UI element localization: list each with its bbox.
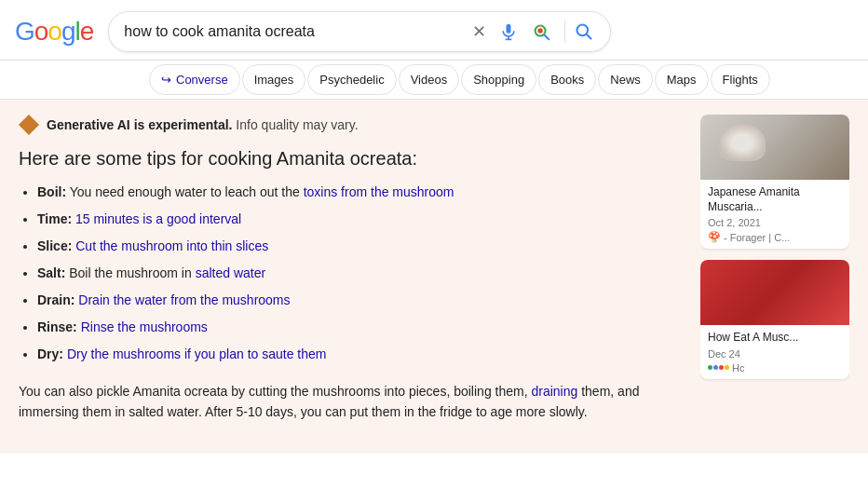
list-item: Boil: You need enough water to leach out… [37, 183, 682, 202]
card-how-eat[interactable]: How Eat A Musc... Dec 24 Hc [700, 260, 849, 379]
ai-paragraph: You can also pickle Amanita ocreata by c… [19, 381, 652, 423]
converse-arrow-icon: ↪ [161, 73, 171, 87]
svg-rect-0 [507, 24, 511, 34]
logo-e: e [80, 17, 94, 47]
ai-heading: Here are some tips for cooking Amanita o… [19, 148, 682, 170]
card-japanese-amanita[interactable]: Japanese Amanita Muscaria... Oct 2, 2021… [700, 115, 849, 249]
tab-converse[interactable]: ↪ Converse [149, 64, 240, 95]
tab-videos-label: Videos [411, 73, 448, 87]
ai-diamond-icon [19, 115, 39, 135]
header: G o o g l e ✕ [0, 0, 868, 61]
lens-icon [531, 21, 551, 42]
svg-point-4 [538, 28, 544, 33]
card2-source-text: Hc [732, 362, 744, 374]
list-label-time: Time: [37, 211, 72, 226]
list-link-rinse[interactable]: Rinse the mushrooms [81, 319, 208, 334]
list-label-boil: Boil: [37, 184, 66, 199]
lens-search-button[interactable] [529, 20, 553, 44]
list-label-dry: Dry: [37, 346, 63, 361]
google-logo: G o o g l e [15, 17, 93, 47]
list-item: Salt: Boil the mushroom in salted water [37, 264, 682, 283]
tab-psychedelic[interactable]: Psychedelic [307, 64, 396, 95]
tabs-bar: ↪ Converse Images Psychedelic Videos Sho… [0, 61, 868, 100]
voice-search-button[interactable] [497, 20, 520, 43]
tab-shopping[interactable]: Shopping [461, 64, 536, 95]
tab-shopping-label: Shopping [473, 73, 524, 87]
card1-source-text: - Forager | C... [724, 232, 790, 243]
ai-notice-bold: Generative AI is experimental. [47, 117, 232, 132]
list-item: Slice: Cut the mushroom into thin slices [37, 237, 682, 256]
search-submit-button[interactable] [564, 20, 595, 43]
source-dots [708, 365, 729, 370]
card2-info: How Eat A Musc... Dec 24 Hc [700, 325, 849, 379]
card1-source-icon: 🍄 [708, 231, 721, 243]
search-bar[interactable]: ✕ [108, 11, 611, 52]
ai-section: Generative AI is experimental. Info qual… [0, 100, 868, 454]
logo-g1: G [15, 17, 34, 47]
list-label-drain: Drain: [37, 292, 75, 307]
list-text-salt: Boil the mushroom in [69, 265, 195, 280]
dot-red [719, 365, 724, 370]
list-label-slice: Slice: [37, 238, 72, 253]
tab-images[interactable]: Images [242, 64, 306, 95]
tab-flights-label: Flights [723, 73, 758, 87]
list-link-salt[interactable]: salted water [196, 265, 265, 280]
paragraph-link-draining[interactable]: draining [531, 384, 577, 399]
card2-source: Hc [708, 362, 842, 374]
svg-point-6 [539, 25, 541, 27]
logo-g2: g [61, 17, 75, 47]
tab-converse-label: Converse [176, 73, 228, 87]
tab-psychedelic-label: Psychedelic [319, 73, 384, 87]
list-item: Rinse: Rinse the mushrooms [37, 318, 682, 337]
ai-tips-list: Boil: You need enough water to leach out… [19, 183, 682, 364]
list-link-time[interactable]: 15 minutes is a good interval [75, 211, 241, 226]
clear-button[interactable]: ✕ [470, 20, 488, 44]
card2-date: Dec 24 [708, 348, 842, 360]
card1-date: Oct 2, 2021 [708, 217, 842, 228]
list-item: Drain: Drain the water from the mushroom… [37, 291, 682, 310]
card2-title: How Eat A Musc... [708, 331, 842, 346]
ai-content: Generative AI is experimental. Info qual… [19, 115, 682, 435]
logo-o1: o [34, 17, 48, 47]
clear-icon: ✕ [472, 21, 486, 42]
list-link-dry[interactable]: Dry the mushrooms if you plan to saute t… [67, 346, 327, 361]
list-text-boil: You need enough water to leach out the [70, 184, 304, 199]
search-icons: ✕ [470, 20, 595, 44]
list-label-salt: Salt: [37, 265, 65, 280]
svg-line-5 [545, 35, 549, 40]
search-icon [575, 22, 593, 41]
list-item: Time: 15 minutes is a good interval [37, 210, 682, 229]
search-input[interactable] [124, 23, 463, 40]
tab-news[interactable]: News [598, 64, 653, 95]
card1-image [700, 115, 849, 180]
tab-maps-label: Maps [667, 73, 697, 87]
ai-notice-rest: Info quality may vary. [236, 117, 358, 132]
list-link-drain[interactable]: Drain the water from the mushrooms [78, 292, 290, 307]
tab-flights[interactable]: Flights [711, 64, 770, 95]
card1-info: Japanese Amanita Muscaria... Oct 2, 2021… [700, 180, 849, 249]
ai-notice-text: Generative AI is experimental. Info qual… [47, 117, 359, 132]
list-link-boil[interactable]: toxins from the mushroom [304, 184, 454, 199]
tab-images-label: Images [254, 73, 294, 87]
list-label-rinse: Rinse: [37, 319, 77, 334]
ai-notice: Generative AI is experimental. Info qual… [19, 115, 682, 135]
logo-o2: o [47, 17, 61, 47]
card1-title: Japanese Amanita Muscaria... [708, 185, 842, 214]
ai-cards: Japanese Amanita Muscaria... Oct 2, 2021… [700, 115, 849, 435]
dot-yellow [725, 365, 729, 370]
svg-line-8 [587, 34, 591, 39]
list-item: Dry: Dry the mushrooms if you plan to sa… [37, 345, 682, 364]
dot-blue [713, 365, 718, 370]
dot-green [708, 365, 712, 370]
mic-icon [499, 22, 518, 41]
list-link-slice[interactable]: Cut the mushroom into thin slices [75, 238, 268, 253]
card2-image [700, 260, 849, 325]
tab-videos[interactable]: Videos [399, 64, 460, 95]
tab-books-label: Books [550, 73, 584, 87]
card1-source: 🍄 - Forager | C... [708, 231, 842, 243]
tab-books[interactable]: Books [538, 64, 596, 95]
tab-news-label: News [610, 73, 641, 87]
tab-maps[interactable]: Maps [655, 64, 709, 95]
